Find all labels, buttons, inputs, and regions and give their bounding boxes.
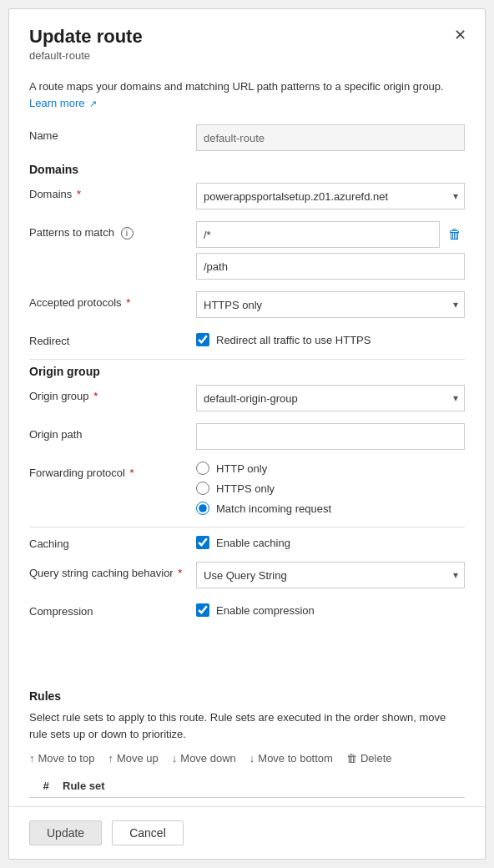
origin-path-input[interactable] [196,423,465,450]
redirect-row: Redirect Redirect all traffic to use HTT… [29,330,465,347]
forwarding-https-label[interactable]: HTTPS only [216,482,275,495]
rules-toolbar: ↑ Move to top ↑ Move up ↓ Move down ↓ Mo… [29,750,465,766]
col-hash: # [29,780,63,792]
patterns-list: 🗑 [196,221,465,280]
rules-table-header: # Rule set [29,775,465,798]
move-to-top-button[interactable]: ↑ Move to top [29,750,94,766]
caching-label: Caching [29,532,196,550]
move-down-icon: ↓ [172,752,178,765]
query-string-select[interactable]: Use Query String Ignore Query String Use… [196,562,465,588]
origin-group-select[interactable]: default-origin-group [196,385,465,411]
forwarding-protocol-group: HTTP only HTTPS only Match incoming requ… [196,462,465,515]
rules-section-heading: Rules [29,689,465,703]
move-up-icon: ↑ [108,752,113,765]
name-input[interactable] [196,124,465,151]
move-down-button[interactable]: ↓ Move down [172,750,236,766]
redirect-checkbox[interactable] [196,333,209,346]
update-route-panel: Update route default-route ✕ A route map… [8,8,486,860]
cancel-button[interactable]: Cancel [112,820,184,845]
pattern-row-1: 🗑 [196,221,465,248]
domains-section-heading: Domains [29,163,465,176]
move-up-button[interactable]: ↑ Move up [108,750,158,766]
delete-button[interactable]: 🗑 Delete [346,750,392,766]
query-string-row: Query string caching behavior * Use Quer… [29,562,465,588]
update-button[interactable]: Update [29,820,102,845]
redirect-checkbox-label[interactable]: Redirect all traffic to use HTTPS [216,334,370,346]
origin-group-row: Origin group * default-origin-group ▾ [29,385,465,411]
forwarding-https-row: HTTPS only [196,482,465,495]
patterns-info-icon: i [121,227,134,240]
panel-title: Update route [29,26,465,48]
origin-group-label: Origin group * [29,385,196,402]
external-link-icon: ↗ [86,98,96,108]
forwarding-http-row: HTTP only [196,462,465,475]
compression-checkbox-label[interactable]: Enable compression [216,604,315,617]
caching-checkbox[interactable] [196,536,209,549]
move-to-bottom-button[interactable]: ↓ Move to bottom [250,750,333,766]
form-body: Name Domains Domains * powerappsportalse… [9,116,485,681]
compression-checkbox[interactable] [196,603,209,617]
close-button[interactable]: ✕ [451,24,470,46]
forwarding-match-row: Match incoming request [196,502,465,515]
forwarding-http-label[interactable]: HTTP only [216,462,267,475]
compression-label: Compression [29,600,196,618]
patterns-row: Patterns to match i 🗑 [29,221,465,280]
move-to-top-icon: ↑ [29,752,35,765]
col-rule-set: Rule set [63,780,465,792]
pattern-row-2 [196,253,465,280]
description-text: A route maps your domains and matching U… [9,70,485,116]
domains-select[interactable]: powerappsportalsetup.z01.azurefd.net [196,183,465,209]
name-row: Name [29,124,465,151]
divider-2 [29,527,465,527]
learn-more-link[interactable]: Learn more ↗ [29,97,97,109]
pattern-input-2[interactable] [196,253,465,280]
pattern-delete-1[interactable]: 🗑 [445,224,465,245]
footer: Update Cancel [9,806,485,859]
domains-label: Domains * [29,183,196,200]
query-string-label: Query string caching behavior * [29,562,196,579]
origin-group-section-heading: Origin group [29,365,465,378]
caching-row: Caching Enable caching [29,532,465,550]
divider-1 [29,359,465,360]
origin-path-label: Origin path [29,423,196,441]
rules-description: Select rule sets to apply to this route.… [29,709,465,742]
forwarding-protocol-row: Forwarding protocol * HTTP only HTTPS on… [29,462,465,515]
forwarding-match-radio[interactable] [196,502,209,515]
delete-icon: 🗑 [346,752,357,765]
accepted-protocols-row: Accepted protocols * HTTPS only HTTP onl… [29,291,465,318]
accepted-protocols-label: Accepted protocols * [29,291,196,309]
forwarding-https-radio[interactable] [196,482,209,495]
panel-subtitle: default-route [29,49,465,62]
accepted-protocols-select[interactable]: HTTPS only HTTP only HTTP and HTTPS [196,291,465,318]
patterns-label: Patterns to match i [29,221,196,240]
move-to-bottom-icon: ↓ [250,752,255,765]
forwarding-match-label[interactable]: Match incoming request [216,502,331,515]
panel-header: Update route default-route [9,9,485,70]
forwarding-protocol-label: Forwarding protocol * [29,462,196,479]
rules-section: Rules Select rule sets to apply to this … [9,681,485,806]
name-label: Name [29,124,196,142]
caching-checkbox-label[interactable]: Enable caching [216,537,290,549]
origin-path-row: Origin path [29,423,465,450]
pattern-input-1[interactable] [196,221,440,248]
forwarding-http-radio[interactable] [196,462,209,475]
compression-row: Compression Enable compression [29,600,465,618]
domains-row: Domains * powerappsportalsetup.z01.azure… [29,183,465,209]
redirect-label: Redirect [29,330,196,347]
